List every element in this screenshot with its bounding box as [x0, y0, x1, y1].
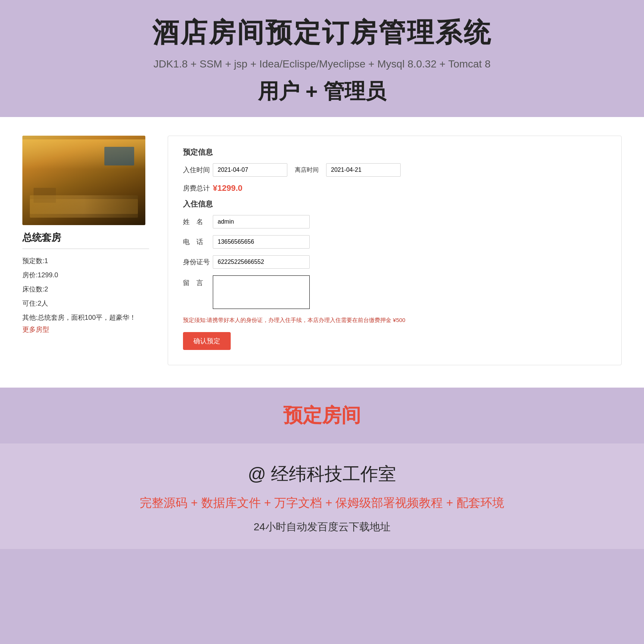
main-content: 总统套房 预定数:1 房价:1299.0 床位数:2 可住:2人 其他:总统套房…: [0, 117, 644, 388]
more-rooms-link[interactable]: 更多房型: [22, 326, 49, 333]
booking-title: 预定房间: [7, 402, 637, 429]
page-title: 酒店房间预定订房管理系统: [7, 15, 637, 51]
booking-section: 预定房间: [0, 388, 644, 443]
reservation-section-title: 预定信息: [183, 147, 606, 157]
checkin-row: 入住时间 离店时间: [183, 163, 606, 177]
bed-count: 床位数:2: [22, 282, 149, 296]
footer-company: @ 经纬科技工作室: [7, 462, 637, 486]
remark-textarea[interactable]: [213, 275, 310, 309]
checkout-label: 离店时间: [295, 166, 319, 174]
phone-row: 电 话: [183, 235, 606, 249]
name-input[interactable]: [213, 215, 310, 228]
id-input[interactable]: [213, 255, 310, 269]
remark-row: 留 言: [183, 275, 606, 309]
phone-input[interactable]: [213, 235, 310, 249]
fee-value: ¥1299.0: [213, 183, 243, 193]
right-panel: 预定信息 入住时间 离店时间 房费总计 ¥1299.0 入住信息 姓 名 电 话…: [168, 136, 622, 365]
capacity: 可住:2人: [22, 297, 149, 310]
id-label: 身份证号: [183, 258, 213, 266]
confirm-button[interactable]: 确认预定: [183, 332, 231, 350]
room-info: 预定数:1 房价:1299.0 床位数:2 可住:2人 其他:总统套房，面积10…: [22, 254, 149, 324]
footer-features-text: 完整源码 + 数据库文件 + 万字文档 + 保姆级部署视频教程 + 配套环境: [140, 496, 504, 509]
tech-stack: JDK1.8 + SSM + jsp + Idea/Eclispe/Myecli…: [7, 58, 637, 70]
room-divider: [22, 249, 149, 249]
checkout-input[interactable]: [326, 163, 401, 177]
id-row: 身份证号: [183, 255, 606, 269]
phone-label: 电 话: [183, 237, 213, 246]
name-label: 姓 名: [183, 217, 213, 226]
checkin-input[interactable]: [213, 163, 287, 177]
fee-row: 房费总计 ¥1299.0: [183, 183, 606, 193]
room-description: 其他:总统套房，面积100平，超豪华！: [22, 311, 149, 324]
tech-text: JDK1.8 + SSM + jsp + Idea/Eclispe/Myecli…: [154, 58, 490, 70]
reservation-count: 预定数:1: [22, 254, 149, 268]
fee-label: 房费总计: [183, 184, 213, 193]
room-price: 房价:1299.0: [22, 268, 149, 282]
notice-text: 预定须知:请携带好本人的身份证，办理入住手续，本店办理入住需要在前台缴费押金 ¥…: [183, 316, 606, 325]
header-section: 酒店房间预定订房管理系统 JDK1.8 + SSM + jsp + Idea/E…: [0, 0, 644, 117]
room-name: 总统套房: [22, 231, 149, 244]
left-panel: 总统套房 预定数:1 房价:1299.0 床位数:2 可住:2人 其他:总统套房…: [22, 136, 149, 334]
name-row: 姓 名: [183, 215, 606, 228]
room-image: [22, 136, 145, 225]
footer-download: 24小时自动发百度云下载地址: [7, 520, 637, 534]
user-roles: 用户 + 管理员: [7, 78, 637, 106]
checkin-section-title: 入住信息: [183, 199, 606, 209]
footer: @ 经纬科技工作室 完整源码 + 数据库文件 + 万字文档 + 保姆级部署视频教…: [0, 443, 644, 549]
remark-label: 留 言: [183, 275, 213, 287]
checkin-label: 入住时间: [183, 165, 213, 174]
footer-features: 完整源码 + 数据库文件 + 万字文档 + 保姆级部署视频教程 + 配套环境: [7, 493, 637, 512]
